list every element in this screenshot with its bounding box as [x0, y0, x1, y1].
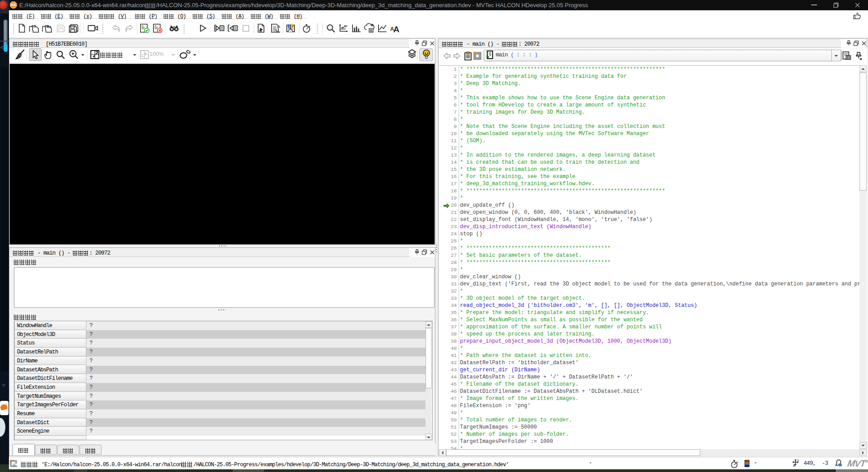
svg-text:A: A: [393, 25, 400, 33]
svg-text:Ex: Ex: [47, 25, 51, 29]
svg-text:R: R: [793, 464, 796, 467]
